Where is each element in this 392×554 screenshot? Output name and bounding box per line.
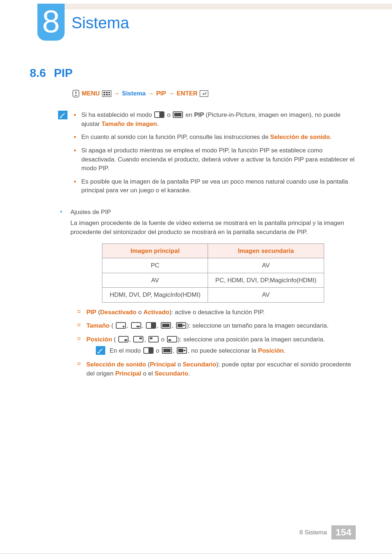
section-heading: 8.6PIP <box>30 66 73 80</box>
nav-system-label: Sistema <box>122 90 146 97</box>
nav-arrow-3: → <box>168 90 175 97</box>
size-icon-2 <box>131 322 141 329</box>
svg-rect-1 <box>102 91 111 97</box>
layout-half-icon <box>143 347 154 354</box>
manual-page: 8 Sistema 8.6PIP MENU → Sistema → PIP → … <box>0 0 392 554</box>
note-icon <box>96 346 105 355</box>
svg-rect-4 <box>109 92 110 93</box>
svg-rect-9 <box>60 117 62 118</box>
size-icon-1 <box>116 322 126 329</box>
pos-icon-br <box>118 336 128 342</box>
note-list: Si ha establecido el modo o en PIP (Pict… <box>73 111 356 200</box>
chapter-tab: 8 <box>37 4 65 41</box>
table-row: PC AV <box>102 258 324 273</box>
nav-arrow-1: → <box>114 90 120 97</box>
note-item-1: Si ha establecido el modo o en PIP (Pict… <box>73 111 356 128</box>
svg-rect-5 <box>103 94 105 95</box>
page-footer: 8 Sistema 154 <box>299 525 356 539</box>
inner-note: En el modo o , , no puede seleccionar la… <box>96 346 356 356</box>
section-title: PIP <box>54 66 73 79</box>
menu-grid-icon <box>102 90 111 97</box>
svg-rect-6 <box>106 94 108 95</box>
table-header-secundaria: Imagen secundaria <box>208 243 324 258</box>
pos-icon-bl <box>167 336 177 342</box>
page-number: 154 <box>331 525 356 539</box>
content: MENU → Sistema → PIP → ENTER Si ha estab… <box>30 90 356 383</box>
note-icon <box>58 111 68 119</box>
remote-hand-icon <box>72 90 79 98</box>
note-item-3: Si apaga el producto mientras se emplea … <box>73 146 356 173</box>
size-icon-5 <box>176 322 186 329</box>
svg-rect-10 <box>98 352 99 353</box>
table-row: HDMI, DVI, DP, MagicInfo(HDMI) AV <box>102 288 324 303</box>
enter-icon <box>200 90 208 97</box>
pos-icon-tl <box>148 336 159 342</box>
section-number: 8.6 <box>30 66 46 79</box>
menu-path: MENU → Sistema → PIP → ENTER <box>72 90 356 98</box>
nav-arrow-2: → <box>148 90 154 97</box>
layout-split-icon <box>162 347 172 354</box>
table-header-principal: Imagen principal <box>102 243 208 258</box>
option-pip: PIP (Desactivado o Activado): active o d… <box>77 308 356 317</box>
layout-split-icon <box>173 111 183 118</box>
settings-item-ajustes: Ajustes de PIP La imagen procedente de l… <box>58 208 356 378</box>
option-size: Tamaño ( , , , , ): seleccione un tamaño… <box>77 321 356 331</box>
size-icon-3 <box>146 322 156 329</box>
ajustes-desc: La imagen procedente de la fuente de víd… <box>70 218 356 237</box>
left-rail <box>16 4 17 553</box>
svg-rect-8 <box>200 91 208 97</box>
table-row: AV PC, HDMI, DVI, DP,MagicInfo(HDMI) <box>102 273 324 288</box>
top-strip <box>64 4 392 9</box>
pos-icon-tr <box>133 336 143 342</box>
chapter-title: Sistema <box>72 14 129 32</box>
option-position: Posición ( , , o ): seleccione una posic… <box>77 335 356 356</box>
svg-rect-3 <box>106 92 108 93</box>
note-item-4: Es posible que la imagen de la pantalla … <box>73 177 356 195</box>
svg-rect-7 <box>109 94 110 95</box>
svg-rect-2 <box>103 92 105 93</box>
chapter-number: 8 <box>37 4 65 41</box>
settings-list: Ajustes de PIP La imagen procedente de l… <box>30 208 356 378</box>
inner-note-text: En el modo o , , no puede seleccionar la… <box>110 346 285 356</box>
layout-large-small-icon <box>177 347 187 354</box>
layout-half-icon <box>154 111 164 118</box>
nav-enter-label: ENTER <box>177 90 198 97</box>
pip-source-table: Imagen principal Imagen secundaria PC AV… <box>102 243 324 303</box>
nav-menu-label: MENU <box>82 90 100 97</box>
option-sound: Selección de sonido (Principal o Secunda… <box>77 360 356 378</box>
note-block: Si ha establecido el modo o en PIP (Pict… <box>58 111 356 200</box>
options-list: PIP (Desactivado o Activado): active o d… <box>77 308 356 378</box>
ajustes-title: Ajustes de PIP <box>70 208 356 217</box>
nav-pip-label: PIP <box>156 90 166 97</box>
size-icon-4 <box>161 322 171 329</box>
note-item-2: En cuanto al sonido con la función PIP, … <box>73 133 356 142</box>
footer-label: 8 Sistema <box>299 525 327 539</box>
